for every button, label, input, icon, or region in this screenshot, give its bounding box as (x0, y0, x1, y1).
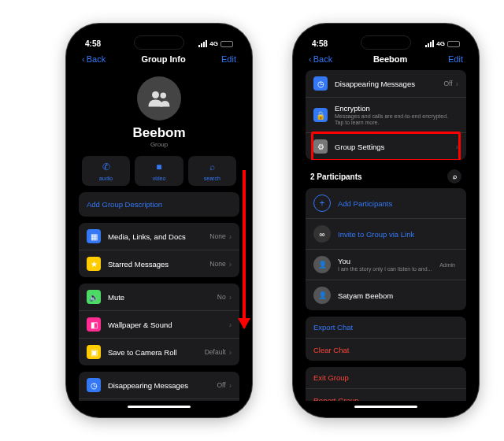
screen-left: 4:58 4G ‹ Back Group Info Edit Beebom Gr… (72, 30, 246, 411)
save-camera-row[interactable]: ▣ Save to Camera Roll Default › (79, 339, 239, 365)
media-section: ▦ Media, Links, and Docs None › ★ Starre… (79, 223, 239, 277)
video-icon: ■ (135, 161, 183, 172)
home-indicator[interactable] (128, 406, 191, 408)
group-name: Beebom (79, 125, 239, 141)
encryption-row[interactable]: 🔒 Encryption Messages and calls are end-… (79, 399, 239, 401)
back-button[interactable]: ‹ Back (309, 54, 332, 64)
timer-icon: ◷ (87, 378, 101, 392)
chevron-left-icon: ‹ (82, 54, 85, 64)
export-chat-row[interactable]: Export Chat (306, 317, 466, 339)
chevron-left-icon: ‹ (309, 54, 312, 64)
edit-button[interactable]: Edit (448, 54, 463, 64)
group-settings-row[interactable]: ⚙ Group Settings › (306, 133, 466, 160)
edit-button[interactable]: Edit (221, 54, 236, 64)
danger-section: Exit Group Report Group (306, 367, 466, 401)
lock-icon: 🔒 (313, 108, 328, 122)
starred-row[interactable]: ★ Starred Messages None › (79, 250, 239, 277)
group-subtitle: Group (79, 141, 239, 148)
chevron-right-icon: › (229, 293, 232, 302)
chevron-right-icon: › (229, 381, 232, 390)
back-label: Back (87, 54, 106, 64)
group-avatar[interactable] (137, 76, 181, 120)
battery-icon (447, 41, 460, 47)
encryption-row[interactable]: 🔒 Encryption Messages and calls are end-… (306, 98, 466, 133)
add-participants-row[interactable]: + Add Participants (306, 188, 466, 219)
participant-row[interactable]: 👤 Satyam Beebom (306, 280, 466, 310)
timer-icon: ◷ (313, 76, 328, 91)
exit-group-row[interactable]: Exit Group (306, 367, 466, 389)
invite-link-row[interactable]: ∞ Invite to Group via Link (306, 219, 466, 250)
link-icon: ∞ (313, 225, 331, 243)
avatar: 👤 (313, 287, 331, 304)
nav-bar: ‹ Back Beebom Edit (299, 51, 472, 70)
content-left: Beebom Group ✆ audio ■ video ⌕ search Ad… (72, 70, 246, 401)
add-description-button[interactable]: Add Group Description (79, 192, 239, 217)
back-button[interactable]: ‹ Back (82, 54, 106, 64)
network-label: 4G (209, 40, 218, 47)
phone-frame-left: 4:58 4G ‹ Back Group Info Edit Beebom Gr… (66, 24, 252, 417)
description-section: Add Group Description (79, 192, 239, 217)
media-row[interactable]: ▦ Media, Links, and Docs None › (79, 223, 239, 250)
svg-point-1 (161, 93, 167, 99)
phone-icon: ✆ (82, 161, 130, 172)
search-button[interactable]: ⌕ search (188, 156, 236, 186)
nav-bar: ‹ Back Group Info Edit (72, 51, 246, 70)
report-group-row[interactable]: Report Group (306, 389, 466, 401)
mute-icon: 🔈 (87, 290, 101, 304)
disappearing-row[interactable]: ◷ Disappearing Messages Off › (306, 70, 466, 98)
wallpaper-row[interactable]: ◧ Wallpaper & Sound › (79, 311, 239, 339)
notch (134, 35, 184, 50)
camera-icon: ▣ (87, 345, 101, 359)
search-participants-button[interactable]: ⌕ (447, 169, 461, 183)
status-time: 4:58 (85, 39, 101, 48)
privacy-section: ◷ Disappearing Messages Off › 🔒 Encrypti… (79, 372, 239, 401)
chevron-right-icon: › (229, 348, 232, 357)
privacy-section: ◷ Disappearing Messages Off › 🔒 Encrypti… (306, 70, 466, 160)
export-section: Export Chat Clear Chat (306, 317, 466, 361)
content-right: ◷ Disappearing Messages Off › 🔒 Encrypti… (299, 70, 472, 401)
signal-icon (425, 40, 434, 47)
page-title: Beebom (373, 54, 407, 64)
search-icon: ⌕ (188, 161, 236, 172)
screen-right: 4:58 4G ‹ Back Beebom Edit ◷ Disappearin… (299, 30, 472, 411)
svg-point-0 (152, 91, 159, 98)
media-icon: ▦ (87, 229, 101, 243)
chevron-right-icon: › (456, 80, 458, 88)
signal-icon (198, 40, 207, 47)
video-call-button[interactable]: ■ video (135, 156, 183, 186)
back-label: Back (313, 54, 332, 64)
settings-section: 🔈 Mute No › ◧ Wallpaper & Sound › ▣ Save… (79, 284, 239, 365)
status-time: 4:58 (312, 39, 328, 48)
page-title: Group Info (141, 54, 185, 64)
gear-icon: ⚙ (313, 139, 328, 154)
scroll-down-arrow-annotation (243, 170, 246, 328)
mute-row[interactable]: 🔈 Mute No › (79, 284, 239, 311)
participants-header: 2 Participants ⌕ (306, 166, 466, 188)
notch (361, 35, 411, 50)
home-indicator[interactable] (354, 406, 417, 408)
participant-you-row[interactable]: 👤 You I am the story only i can listen t… (306, 250, 466, 280)
chevron-right-icon: › (229, 321, 232, 329)
action-row: ✆ audio ■ video ⌕ search (79, 156, 239, 186)
battery-icon (220, 41, 233, 47)
disappearing-row[interactable]: ◷ Disappearing Messages Off › (79, 372, 239, 399)
phone-frame-right: 4:58 4G ‹ Back Beebom Edit ◷ Disappearin… (293, 24, 479, 417)
status-indicators: 4G (198, 39, 233, 48)
participants-section: + Add Participants ∞ Invite to Group via… (306, 188, 466, 310)
star-icon: ★ (87, 257, 101, 271)
chevron-right-icon: › (456, 143, 458, 151)
chevron-right-icon: › (229, 260, 232, 269)
wallpaper-icon: ◧ (87, 317, 101, 332)
chevron-right-icon: › (229, 232, 232, 241)
avatar: 👤 (313, 256, 331, 273)
people-icon (147, 90, 171, 107)
plus-icon: + (313, 195, 331, 212)
audio-call-button[interactable]: ✆ audio (82, 156, 130, 186)
status-indicators: 4G (425, 39, 460, 48)
admin-badge: Admin (439, 262, 455, 268)
clear-chat-row[interactable]: Clear Chat (306, 339, 466, 361)
network-label: 4G (436, 40, 445, 47)
